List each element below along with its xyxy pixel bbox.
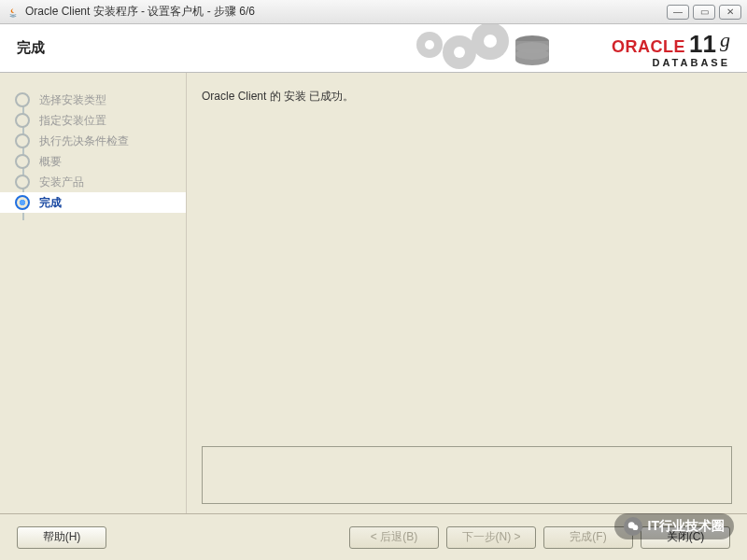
step-prereq-check: 执行先决条件检查: [0, 131, 186, 151]
wechat-icon: [624, 517, 642, 536]
svg-point-12: [632, 525, 638, 530]
step-summary: 概要: [0, 151, 186, 172]
brand-oracle: ORACLE: [612, 37, 685, 57]
brand-version-suffix: g: [720, 28, 730, 52]
step-install-type: 选择安装类型: [0, 90, 186, 110]
log-output-box: [202, 446, 732, 504]
brand-logo: ORACLE 11g DATABASE: [612, 30, 730, 68]
svg-point-10: [515, 49, 549, 60]
page-title: 完成: [17, 39, 45, 57]
step-label: 完成: [39, 195, 62, 211]
wizard-header: 完成 ORACLE 11g DATABASE: [0, 24, 747, 73]
help-button[interactable]: 帮助(H): [17, 526, 106, 549]
svg-point-1: [425, 40, 434, 49]
maximize-button[interactable]: ▭: [693, 5, 715, 20]
step-finish: 完成: [0, 192, 186, 213]
titlebar: Oracle Client 安装程序 - 设置客户机 - 步骤 6/6 ― ▭ …: [0, 0, 747, 24]
brand-version-number: 11: [689, 30, 716, 59]
step-label: 选择安装类型: [39, 92, 106, 108]
step-install-product: 安装产品: [0, 172, 186, 192]
step-label: 概要: [39, 154, 62, 170]
gears-decoration: [402, 24, 560, 73]
step-label: 安装产品: [39, 175, 84, 190]
main-panel: Oracle Client 的 安装 已成功。: [187, 73, 747, 513]
java-icon: [6, 5, 20, 19]
wizard-steps-sidebar: 选择安装类型 指定安装位置 执行先决条件检查 概要 安装产品 完成: [0, 73, 187, 513]
svg-point-3: [454, 47, 465, 58]
back-button: < 后退(B): [349, 526, 439, 549]
watermark: IT行业技术圈: [614, 513, 734, 539]
close-window-button[interactable]: ✕: [719, 5, 741, 20]
window-title: Oracle Client 安装程序 - 设置客户机 - 步骤 6/6: [25, 4, 255, 20]
step-label: 指定安装位置: [39, 113, 106, 129]
brand-database: DATABASE: [612, 57, 730, 68]
step-install-location: 指定安装位置: [0, 110, 186, 131]
svg-point-5: [484, 35, 497, 48]
success-message: Oracle Client 的 安装 已成功。: [202, 88, 732, 105]
window-controls: ― ▭ ✕: [667, 5, 741, 20]
minimize-button[interactable]: ―: [667, 5, 689, 20]
watermark-text: IT行业技术圈: [648, 518, 725, 535]
next-button: 下一步(N) >: [446, 526, 536, 549]
step-label: 执行先决条件检查: [39, 133, 129, 149]
